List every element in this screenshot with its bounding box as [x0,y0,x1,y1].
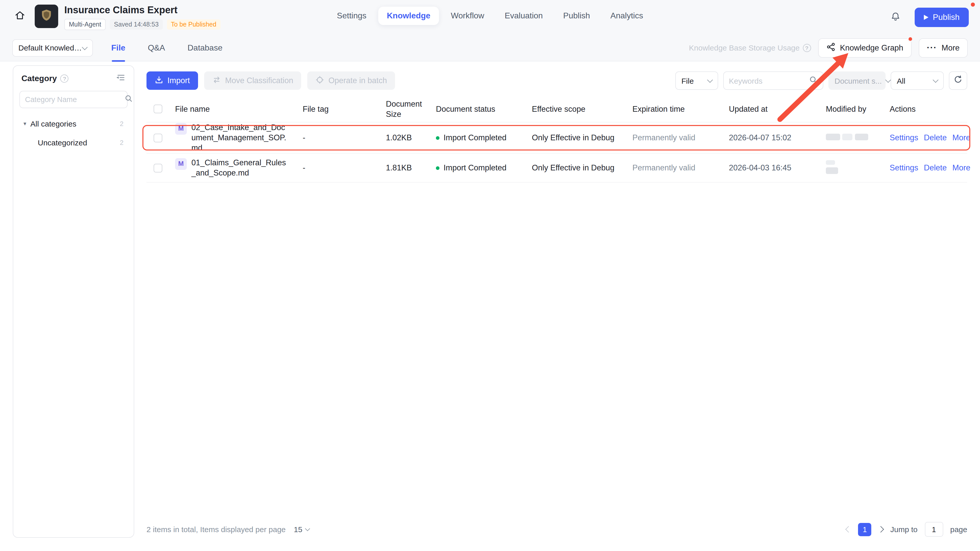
file-table: File name File tag Document Size Documen… [146,96,967,183]
file-toolbar: Import Move Classification Operate in ba… [146,71,967,90]
col-updated-at: Updated at [721,104,818,114]
document-status: Import Completed [444,133,506,142]
tree-item-label: Uncategorized [38,138,87,147]
next-page-icon[interactable] [878,526,884,532]
row-checkbox[interactable] [154,164,162,172]
category-title: Category [21,74,57,83]
document-size: 1.81KB [378,164,428,173]
tab-file[interactable]: File [111,35,125,61]
keywords-input[interactable] [729,76,805,85]
effective-scope: Only Effective in Debug [524,133,624,142]
knowledge-graph-icon [826,42,835,53]
subheader-right: Knowledge Base Storage Usage ? Knowledge… [689,38,968,57]
annotation-corner-dot [971,3,975,6]
nav-analytics[interactable]: Analytics [602,6,652,25]
settings-link[interactable]: Settings [890,133,918,142]
table-header-row: File name File tag Document Size Documen… [146,96,967,122]
settings-link[interactable]: Settings [890,164,918,173]
nav-workflow[interactable]: Workflow [442,6,493,25]
category-sidebar: Category ? ▾ All categories 2 [13,65,134,538]
tree-item-count: 2 [120,120,124,127]
help-icon: ? [803,44,811,52]
nav-publish[interactable]: Publish [555,6,599,25]
tab-database[interactable]: Database [188,35,223,61]
keywords-search[interactable] [723,71,823,90]
table-row[interactable]: M 02_Case_Intake_and_Document_Management… [146,122,967,154]
batch-gear-icon [316,75,325,86]
expiration-time: Permanently valid [624,133,721,142]
document-source-select[interactable]: Document s... [829,71,886,90]
saved-badge: Saved 14:48:53 [110,19,162,30]
col-file-tag: File tag [294,104,378,114]
filter-group: File Document s... All [675,71,967,90]
nav-settings[interactable]: Settings [328,6,375,25]
move-classification-button[interactable]: Move Classification [204,71,301,90]
file-name[interactable]: 02_Case_Intake_and_Document_Management_S… [191,122,288,153]
home-button[interactable] [11,8,29,25]
help-icon: ? [60,75,68,83]
knowledge-base-selector-value: Default Knowledge... [18,43,83,52]
status-filter-select[interactable]: All [891,71,944,90]
app-window: Insurance Claims Expert Multi-Agent Save… [0,0,980,551]
file-list-panel: Import Move Classification Operate in ba… [146,62,967,551]
category-tree: ▾ All categories 2 Uncategorized 2 [19,114,127,152]
jump-to-input[interactable] [924,522,943,537]
storage-usage[interactable]: Knowledge Base Storage Usage ? [689,43,811,52]
category-search-input[interactable] [25,95,121,103]
modified-by-redacted [818,160,881,176]
operate-in-batch-label: Operate in batch [328,76,387,85]
tab-qa[interactable]: Q&A [148,35,165,61]
file-type-select[interactable]: File [675,71,718,90]
markdown-file-icon: M [175,123,187,135]
chevron-down-icon [305,526,310,531]
knowledge-base-selector[interactable]: Default Knowledge... [12,39,93,56]
more-link[interactable]: More [953,164,970,173]
delete-link[interactable]: Delete [924,164,947,173]
collapse-tree-icon[interactable] [116,73,126,84]
header-left: Insurance Claims Expert Multi-Agent Save… [11,5,221,30]
refresh-icon [953,75,963,86]
operate-in-batch-button[interactable]: Operate in batch [307,71,395,90]
nav-knowledge[interactable]: Knowledge [378,6,439,25]
table-row[interactable]: M 01_Claims_General_Rules_and_Scope.md -… [146,154,967,183]
storage-usage-label: Knowledge Base Storage Usage [689,43,800,52]
category-header: Category ? [19,73,127,91]
page-number-button[interactable]: 1 [858,523,872,536]
row-actions: Settings Delete More [881,133,967,142]
refresh-button[interactable] [949,71,967,90]
publish-button[interactable]: Publish [915,8,969,27]
agent-avatar[interactable] [35,5,58,28]
knowledge-graph-button[interactable]: Knowledge Graph [818,38,912,57]
markdown-file-icon: M [175,159,187,170]
file-tag: - [294,164,378,173]
list-footer: 2 items in total, Items displayed per pa… [146,522,967,537]
chevron-down-icon [707,77,713,83]
col-document-size: Document Size [378,99,428,119]
main-nav: Settings Knowledge Workflow Evaluation P… [328,6,652,25]
jump-to-label: Jump to [891,525,918,534]
more-button[interactable]: ··· More [918,38,968,57]
category-search[interactable] [19,91,127,108]
chevron-down-icon [885,77,891,83]
kb-tabs: File Q&A Database [111,35,223,61]
nav-evaluation[interactable]: Evaluation [496,6,551,25]
tree-item-label: All categories [30,119,76,128]
badge-row: Multi-Agent Saved 14:48:53 To be Publish… [64,19,221,30]
updated-at: 2026-04-07 15:02 [721,133,818,142]
publish-status-badge: To be Published [167,19,221,30]
tree-item-uncategorized[interactable]: Uncategorized 2 [19,133,127,152]
notifications-button[interactable] [887,9,904,26]
file-name[interactable]: 01_Claims_General_Rules_and_Scope.md [191,158,288,179]
tree-item-all-categories[interactable]: ▾ All categories 2 [19,114,127,133]
page-size-select[interactable]: 15 [294,525,309,534]
annotation-kg-dot [907,36,913,41]
delete-link[interactable]: Delete [924,133,947,142]
more-link[interactable]: More [953,133,970,142]
row-checkbox[interactable] [154,133,162,142]
prev-page-icon[interactable] [845,526,852,532]
home-icon [14,10,25,23]
file-tag: - [294,133,378,142]
col-effective-scope: Effective scope [524,104,624,114]
select-all-checkbox[interactable] [154,105,162,113]
import-button[interactable]: Import [146,71,198,90]
